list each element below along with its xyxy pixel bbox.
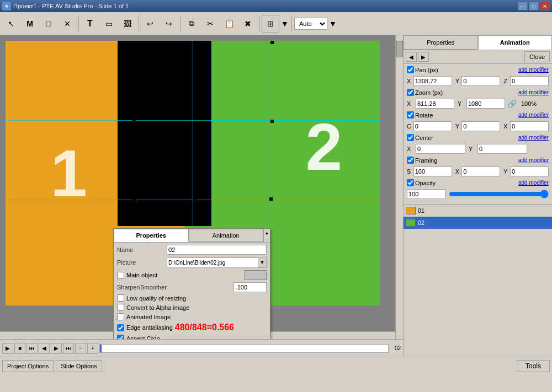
aspect-crop-checkbox[interactable] (117, 335, 124, 339)
rotate-x-input[interactable] (510, 121, 549, 131)
pan-checkbox[interactable] (407, 66, 414, 73)
selection-handle-br[interactable] (269, 197, 273, 201)
toolbar-btn-copy-special[interactable]: ⧉ (183, 15, 200, 33)
selection-handle-tm[interactable] (193, 41, 197, 42)
framing-x-input[interactable] (461, 167, 500, 176)
pan-z-input[interactable] (510, 76, 549, 86)
selection-handle-bm[interactable] (193, 198, 197, 201)
name-input[interactable] (167, 245, 267, 255)
picture-input[interactable] (167, 257, 258, 267)
float-scroll-up-btn[interactable]: ▲ (264, 229, 270, 235)
selection-handle-ml[interactable] (132, 120, 136, 123)
timeline-fwd-sm-btn[interactable]: ▶ (51, 343, 62, 354)
main-object-checkbox[interactable] (117, 272, 124, 279)
rpanel-prev-btn[interactable]: ◀ (406, 52, 417, 62)
timeline-play-btn[interactable]: ▶ (2, 343, 13, 354)
toolbar-btn-paste[interactable]: 📋 (220, 15, 238, 33)
zoom-add-modifier[interactable]: add modifier (518, 89, 549, 95)
float-panel-scroll-up: ▲ (263, 229, 270, 242)
timeline-stop-btn[interactable]: ■ (14, 343, 25, 354)
selection-handle-tl[interactable] (132, 41, 136, 44)
zoom-x-input[interactable] (416, 99, 454, 109)
zoom-y-input[interactable] (466, 99, 505, 109)
pan-add-modifier[interactable]: add modifier (518, 67, 549, 73)
tools-btn[interactable]: Tools (517, 360, 550, 372)
picture-browse-button[interactable]: ▼ (258, 257, 267, 268)
toolbar-sep-5 (291, 16, 292, 31)
right-panel: Properties Animation ◀ ▶ Close Pan (px) … (403, 35, 552, 357)
center-label: Center (415, 135, 433, 141)
zoom-label: Zoom (px) (415, 89, 443, 96)
toolbar-btn-text[interactable]: T (81, 15, 99, 33)
close-panel-btn[interactable]: Close (524, 51, 550, 62)
timeline-next-btn[interactable]: ⏭ (63, 343, 74, 354)
zoom-checkbox[interactable] (407, 89, 414, 96)
title-bar-left: ★ Проект1 - PTE AV Studio Pro - Slide 1 … (2, 2, 129, 10)
animated-image-checkbox[interactable] (117, 313, 124, 320)
toolbar-btn-cut[interactable]: ✂ (201, 15, 219, 33)
rpanel-next-btn[interactable]: ▶ (418, 52, 429, 62)
float-tab-properties[interactable]: Properties (114, 229, 189, 242)
timeline-prev-btn[interactable]: ⏮ (26, 343, 38, 354)
slide-options-btn[interactable]: Slide Options (56, 360, 102, 372)
toolbar-btn-m[interactable]: M (21, 15, 39, 33)
close-button[interactable]: ✕ (540, 2, 550, 10)
main-object-color-btn[interactable] (245, 270, 267, 280)
opacity-checkbox[interactable] (407, 179, 414, 186)
toolbar-btn-delete[interactable]: ✖ (239, 15, 257, 33)
center-add-modifier[interactable]: add modifier (518, 135, 549, 141)
toolbar-btn-grid-dropdown[interactable]: ▼ (280, 15, 289, 33)
framing-y-input[interactable] (510, 167, 549, 176)
convert-alpha-checkbox[interactable] (117, 304, 124, 311)
canvas-scrollbar-v[interactable] (395, 35, 403, 339)
center-x-label: X (407, 146, 415, 152)
opacity-slider[interactable] (449, 190, 549, 198)
toolbar-btn-rect[interactable]: □ (40, 15, 57, 33)
selection-handle-tr[interactable] (270, 41, 274, 44)
timeline-zoom-in-btn[interactable]: + (87, 343, 98, 354)
selection-handle-bl[interactable] (132, 198, 136, 201)
float-lowquality-row: Low quality of resizing (117, 294, 267, 302)
toolbar-btn-frame[interactable]: ▭ (100, 15, 118, 33)
scroll-thumb-v[interactable] (396, 41, 403, 57)
sharper-input[interactable] (233, 282, 267, 292)
toolbar-btn-arrow[interactable]: ↖ (2, 15, 20, 33)
rotate-y-input[interactable] (461, 121, 500, 131)
project-options-btn[interactable]: Project Options (2, 360, 54, 372)
framing-add-modifier[interactable]: add modifier (518, 157, 549, 163)
slide-image-02[interactable] (118, 41, 211, 226)
low-quality-checkbox[interactable] (117, 294, 124, 302)
toolbar-btn-redo[interactable]: ↪ (160, 15, 178, 33)
selection-handle-mr[interactable] (270, 120, 274, 123)
rotate-checkbox[interactable] (407, 111, 414, 119)
toolbar-btn-grid[interactable]: ⊞ (262, 15, 279, 33)
rpanel-tab-properties[interactable]: Properties (404, 35, 478, 50)
rpanel-tab-animation[interactable]: Animation (478, 35, 553, 50)
animated-image-label: Animated Image (126, 314, 171, 320)
rpanel-obj-item-02[interactable]: 02 (404, 217, 552, 229)
opacity-add-modifier[interactable]: add modifier (518, 180, 549, 186)
pan-x-input[interactable] (413, 76, 452, 86)
rotate-add-modifier[interactable]: add modifier (518, 112, 549, 118)
toolbar-btn-image[interactable]: 🖼 (119, 15, 136, 33)
edge-antialiasing-checkbox[interactable] (117, 324, 124, 331)
maximize-button[interactable]: □ (529, 2, 539, 10)
center-y-input[interactable] (477, 144, 527, 154)
center-x-input[interactable] (416, 144, 465, 154)
pan-y-input[interactable] (461, 76, 500, 86)
timeline-zoom-out-btn[interactable]: − (75, 343, 86, 354)
timeline-back-sm-btn[interactable]: ◀ (39, 343, 50, 354)
toolbar-btn-x[interactable]: ✕ (59, 15, 76, 33)
opacity-input[interactable] (407, 189, 445, 199)
toolbar-btn-undo[interactable]: ↩ (141, 15, 159, 33)
float-tab-animation[interactable]: Animation (189, 229, 264, 242)
framing-s-input[interactable] (413, 167, 452, 176)
center-checkbox[interactable] (407, 134, 414, 141)
mode-select[interactable]: Auto (294, 18, 327, 30)
rpanel-obj-item-01[interactable]: 01 (404, 205, 552, 217)
rotate-c-input[interactable] (413, 121, 452, 131)
mode-dropdown[interactable]: ▼ (328, 15, 337, 33)
minimize-button[interactable]: — (518, 2, 528, 10)
pan-xyz-row: X Y Z (407, 76, 549, 86)
framing-checkbox[interactable] (407, 157, 414, 164)
